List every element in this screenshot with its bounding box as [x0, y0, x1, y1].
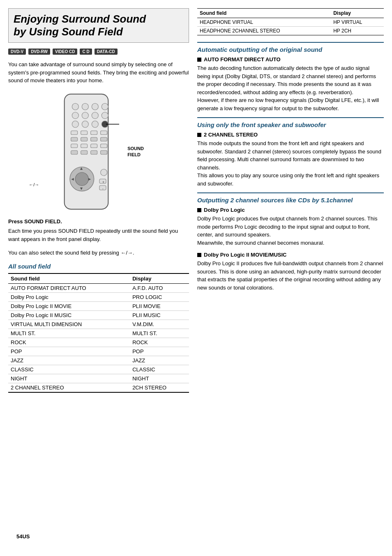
intro-text: You can take advantage of surround sound… [8, 60, 189, 85]
svg-rect-15 [91, 131, 97, 134]
section-2ch-sources: Outputting 2 channel sources like CDs by… [197, 192, 384, 292]
table-row: HEADPHONE VIRTUALHP VIRTUAL [197, 18, 384, 27]
svg-rect-20 [101, 137, 107, 141]
badge-row: DVD-V DVD-RW VIDEO CD C D DATA-CD [8, 49, 189, 55]
svg-rect-18 [81, 137, 88, 141]
sound-field-name: MULTI ST. [8, 329, 130, 338]
sound-field-name: HEADPHONE 2CHANNEL STEREO [197, 27, 331, 35]
table-row: Dolby Pro Logic II MOVIEPLII MOVIE [8, 301, 189, 310]
svg-rect-14 [81, 131, 88, 134]
sub-heading-automatic: AUTO FORMAT DIRECT AUTO [197, 56, 384, 63]
svg-point-10 [82, 121, 88, 127]
sound-field-name: Dolby Pro Logic II MUSIC [8, 310, 130, 320]
sound-field-display: A.F.D. AUTO [130, 283, 189, 292]
body-text-2ch-sources-0: Dolby Pro Logic produces five output cha… [197, 215, 384, 247]
svg-text:◄: ◄ [70, 176, 75, 181]
press-sound-field-label: Press SOUND FIELD. [8, 218, 189, 225]
badge-dvd-v: DVD-V [8, 49, 26, 55]
table-row: JAZZJAZZ [8, 356, 189, 365]
bullet-icon [197, 133, 201, 137]
bullet-icon [197, 58, 201, 62]
sub-heading-2ch-sources-1: Dolby Pro Logic II MOVIE/MUSIC [197, 252, 384, 258]
badge-dvd-rw: DVD-RW [28, 49, 50, 55]
sound-field-table: Sound field Display AUTO FORMAT DIRECT A… [8, 273, 189, 393]
svg-text:▼: ▼ [79, 186, 84, 191]
title-line2: by Using Sound Field [14, 25, 123, 38]
svg-rect-27 [91, 151, 97, 154]
svg-text:▲: ▲ [79, 166, 84, 171]
svg-point-1 [72, 103, 78, 110]
table-row: AUTO FORMAT DIRECT AUTOA.F.D. AUTO [8, 283, 189, 292]
sound-field-display: ROCK [130, 338, 189, 347]
page-number: 54US [16, 533, 30, 540]
right-table-col1: Sound field [197, 9, 331, 18]
page-title: Enjoying Surround Sound by Using Sound F… [8, 8, 189, 43]
svg-rect-19 [91, 137, 97, 141]
sound-field-display: NIGHT [130, 374, 189, 383]
sound-field-name: HEADPHONE VIRTUAL [197, 18, 331, 27]
sub-heading-front-speaker: 2 CHANNEL STEREO [197, 132, 384, 138]
svg-rect-28 [101, 151, 107, 154]
sound-field-name: Dolby Pro Logic II MOVIE [8, 301, 130, 310]
bullet-icon [197, 208, 201, 212]
table-row: Dolby Pro Logic II MUSICPLII MUSIC [8, 310, 189, 320]
sound-field-name: NIGHT [8, 374, 130, 383]
sound-field-name: CLASSIC [8, 365, 130, 374]
badge-cd: C D [80, 49, 92, 55]
svg-rect-16 [101, 131, 107, 134]
section-automatic: Automatic outputting of the original sou… [197, 42, 384, 112]
body-text-2ch-sources-1: Dolby Pro Logic II produces five full-ba… [197, 259, 384, 292]
sound-field-display: HP VIRTUAL [331, 18, 384, 27]
sound-field-name: POP [8, 347, 130, 356]
table-row: POPPOP [8, 347, 189, 356]
section-heading-2ch-sources: Outputting 2 channel sources like CDs by… [197, 192, 384, 204]
sound-field-display: POP [130, 347, 189, 356]
sub-heading-2ch-sources-0: Dolby Pro Logic [197, 207, 384, 213]
sound-field-name: JAZZ [8, 356, 130, 365]
svg-text:►: ► [88, 176, 92, 181]
badge-video-cd: VIDEO CD [53, 49, 77, 55]
svg-rect-23 [91, 144, 97, 148]
table-col1-header: Sound field [8, 273, 130, 284]
arrow-label: ←/→ [29, 182, 39, 187]
sound-field-display: MULTI ST. [130, 329, 189, 338]
title-line1: Enjoying Surround Sound [14, 13, 146, 25]
section-front-speaker: Using only the front speaker and subwoof… [197, 117, 384, 188]
section-heading-front-speaker: Using only the front speaker and subwoof… [197, 117, 384, 128]
svg-point-11 [92, 121, 98, 127]
sound-field-display: PLII MUSIC [130, 310, 189, 320]
sound-field-name: AUTO FORMAT DIRECT AUTO [8, 283, 130, 292]
svg-point-9 [72, 121, 78, 127]
svg-rect-24 [101, 144, 107, 148]
table-row: ROCKROCK [8, 338, 189, 347]
sound-field-name: ROCK [8, 338, 130, 347]
instruction-text-1: Each time you press SOUND FIELD repeated… [8, 227, 189, 243]
sound-field-label: SOUND FIELD [127, 146, 144, 158]
svg-rect-25 [71, 151, 78, 154]
right-table-col2: Display [331, 9, 384, 18]
table-row: HEADPHONE 2CHANNEL STEREOHP 2CH [197, 27, 384, 35]
svg-point-2 [82, 103, 88, 110]
sound-field-display: V.M.DIM. [130, 320, 189, 329]
table-row: CLASSICCLASSIC [8, 365, 189, 374]
diagram-area: ←/→ [8, 91, 189, 212]
sound-field-display: CLASSIC [130, 365, 189, 374]
badge-data-cd: DATA-CD [95, 49, 118, 55]
svg-rect-26 [81, 151, 88, 154]
svg-point-8 [101, 112, 108, 119]
svg-rect-13 [71, 131, 78, 134]
sound-field-display: PLII MOVIE [130, 301, 189, 310]
table-row: MULTI ST.MULTI ST. [8, 329, 189, 338]
svg-rect-22 [81, 144, 88, 148]
right-top-table: Sound field Display HEADPHONE VIRTUALHP … [197, 8, 384, 35]
sound-field-display: JAZZ [130, 356, 189, 365]
svg-text:+: + [102, 180, 104, 184]
sound-field-display: 2CH STEREO [130, 383, 189, 392]
table-row: NIGHTNIGHT [8, 374, 189, 383]
svg-point-6 [82, 112, 88, 119]
body-text-front-speaker: This mode outputs the sound from the fro… [197, 139, 384, 188]
sound-field-name: Dolby Pro Logic [8, 292, 130, 301]
svg-point-3 [92, 103, 98, 110]
instruction-text-2: You can also select the sound field by p… [8, 249, 189, 257]
table-row: Dolby Pro LogicPRO LOGIC [8, 292, 189, 301]
